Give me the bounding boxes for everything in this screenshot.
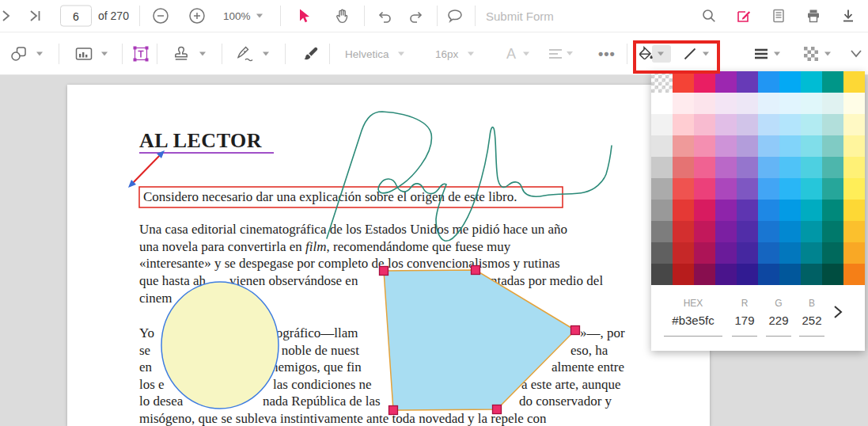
color-swatch[interactable] [694, 93, 715, 114]
color-swatch[interactable] [822, 264, 843, 285]
color-swatch[interactable] [801, 200, 822, 221]
selection-handle[interactable] [380, 267, 389, 276]
opacity-dropdown-caret[interactable] [824, 51, 831, 55]
color-swatch[interactable] [758, 242, 779, 264]
arrow-annotation[interactable] [130, 152, 163, 186]
brush-tool-button[interactable] [302, 45, 320, 63]
color-swatch[interactable] [673, 135, 694, 157]
color-swatch[interactable] [801, 242, 822, 264]
hex-value-input[interactable]: #b3e5fc [672, 314, 714, 327]
color-swatch[interactable] [843, 114, 865, 135]
color-swatch[interactable] [715, 242, 737, 264]
selection-handle[interactable] [389, 406, 398, 415]
color-swatch[interactable] [673, 93, 694, 114]
color-swatch[interactable] [758, 114, 779, 135]
color-swatch[interactable] [779, 71, 801, 93]
more-options-button[interactable]: ••• [598, 45, 616, 62]
color-swatch[interactable] [779, 135, 801, 157]
color-swatch[interactable] [779, 242, 801, 264]
color-swatch[interactable] [801, 93, 822, 114]
color-swatch[interactable] [737, 178, 758, 200]
color-swatch[interactable] [822, 93, 843, 114]
color-swatch[interactable] [801, 71, 822, 93]
color-swatch[interactable] [715, 157, 737, 178]
image-tool-button[interactable] [74, 45, 93, 63]
color-swatch[interactable] [694, 71, 715, 93]
color-swatch[interactable] [822, 135, 843, 157]
g-value-input[interactable]: 229 [768, 314, 788, 327]
color-swatch[interactable] [801, 135, 822, 157]
color-swatch[interactable] [843, 242, 865, 264]
zoom-out-button[interactable] [152, 7, 169, 25]
color-swatch[interactable] [758, 135, 779, 157]
color-swatch[interactable] [715, 221, 737, 242]
text-align-button[interactable] [548, 47, 573, 61]
color-swatch[interactable] [822, 71, 843, 93]
color-swatch[interactable] [822, 114, 843, 135]
color-swatch[interactable] [673, 157, 694, 178]
color-swatch[interactable] [822, 221, 843, 242]
font-family-dropdown[interactable]: Helvetica [345, 48, 404, 59]
color-swatch[interactable] [737, 242, 758, 264]
color-swatch[interactable] [737, 157, 758, 178]
color-swatch[interactable] [651, 242, 673, 264]
color-swatch[interactable] [651, 93, 673, 114]
color-swatch[interactable] [673, 242, 694, 264]
stamp-dropdown-caret[interactable] [199, 51, 206, 55]
color-swatch[interactable] [673, 114, 694, 135]
color-swatch[interactable] [779, 264, 801, 285]
color-swatch[interactable] [694, 157, 715, 178]
text-color-button[interactable]: A [506, 45, 529, 62]
selection-handle[interactable] [493, 405, 502, 414]
color-swatch[interactable] [673, 178, 694, 200]
r-value-input[interactable]: 179 [734, 314, 754, 327]
color-swatch[interactable] [822, 178, 843, 200]
color-swatch[interactable] [779, 114, 801, 135]
expand-picker-chevron[interactable] [832, 305, 844, 319]
color-swatch[interactable] [694, 178, 715, 200]
color-swatch[interactable] [801, 114, 822, 135]
zoom-level-dropdown[interactable]: 100% [223, 10, 263, 22]
polygon-annotation[interactable] [384, 270, 575, 410]
color-swatch[interactable] [801, 178, 822, 200]
image-dropdown-caret[interactable] [101, 51, 108, 55]
color-swatch[interactable] [843, 178, 865, 200]
color-swatch[interactable] [758, 200, 779, 221]
select-tool-button[interactable] [296, 8, 312, 24]
color-swatch[interactable] [758, 93, 779, 114]
color-swatch[interactable] [737, 264, 758, 285]
signature-annotation[interactable] [327, 112, 612, 241]
download-button[interactable] [840, 8, 856, 24]
color-swatch[interactable] [673, 221, 694, 242]
color-swatch[interactable] [715, 264, 737, 285]
color-swatch[interactable] [651, 221, 673, 242]
stroke-thickness-dropdown-caret[interactable] [774, 51, 780, 55]
comment-tool-button[interactable] [446, 8, 464, 24]
color-swatch[interactable] [737, 93, 758, 114]
opacity-button[interactable] [804, 47, 818, 61]
color-swatch[interactable] [651, 178, 673, 200]
search-button[interactable] [701, 8, 717, 24]
color-swatch[interactable] [694, 200, 715, 221]
collapse-toolbar-button[interactable] [850, 49, 862, 59]
stroke-thickness-button[interactable] [753, 47, 769, 61]
color-swatch[interactable] [758, 157, 779, 178]
color-swatch[interactable] [758, 178, 779, 200]
color-swatch[interactable] [801, 264, 822, 285]
color-swatch[interactable] [737, 135, 758, 157]
last-page-icon[interactable] [28, 10, 43, 22]
color-swatch[interactable] [843, 264, 865, 285]
submit-form-button[interactable]: Submit Form [486, 10, 554, 23]
annotation-edit-button[interactable] [736, 8, 752, 24]
document-panel-button[interactable] [771, 8, 787, 24]
color-swatch[interactable] [843, 221, 865, 242]
b-value-input[interactable]: 252 [802, 314, 821, 327]
color-swatch[interactable] [715, 178, 737, 200]
zoom-in-button[interactable] [188, 7, 206, 25]
color-swatch[interactable] [801, 157, 822, 178]
rectangle-annotation[interactable] [139, 187, 563, 207]
color-swatch[interactable] [651, 114, 673, 135]
color-swatch[interactable] [822, 242, 843, 264]
color-swatch[interactable] [758, 71, 779, 93]
color-swatch[interactable] [715, 93, 737, 114]
